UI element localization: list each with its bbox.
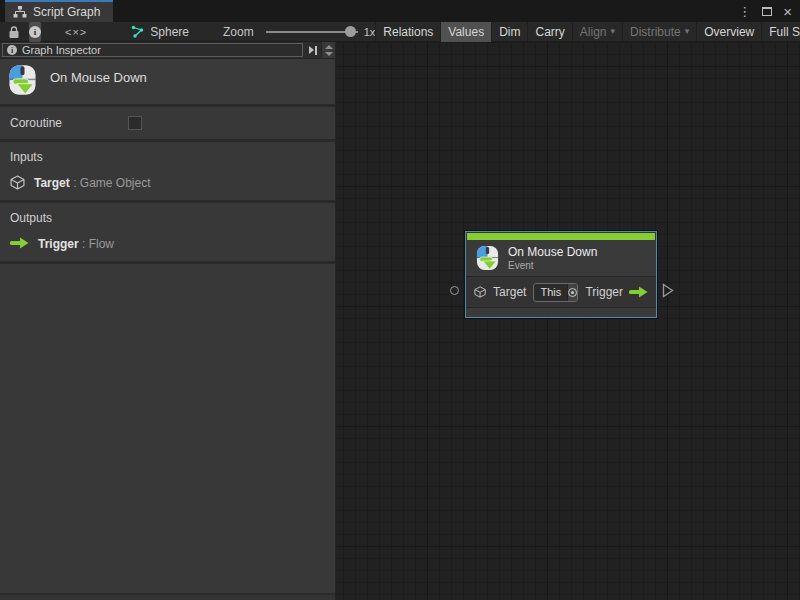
graph-canvas[interactable]: On Mouse Down Event Target This Trigger: [336, 42, 800, 600]
panel-scroll-spinner: [321, 42, 335, 58]
info-icon: i: [29, 26, 41, 38]
mouse-down-icon: [476, 245, 499, 271]
window-menu-icon[interactable]: ⋮: [738, 5, 751, 18]
dock-panel-button[interactable]: [305, 42, 321, 58]
coroutine-row: Coroutine: [0, 107, 335, 139]
graph-reference-label: Sphere: [150, 25, 189, 39]
caret-down-icon: ▾: [685, 27, 690, 36]
flow-arrow-icon: [10, 237, 29, 249]
flow-arrow-icon[interactable]: [629, 286, 648, 298]
zoom-slider-knob[interactable]: [345, 26, 356, 37]
inspector-title: Graph Inspector: [22, 44, 101, 56]
coroutine-checkbox[interactable]: [128, 116, 142, 130]
dock-icon: [309, 46, 314, 54]
mouse-down-icon: [8, 64, 37, 96]
node-header: On Mouse Down Event: [466, 240, 656, 276]
info-icon: i: [7, 45, 17, 55]
full-screen-button[interactable]: Full Screen: [761, 22, 800, 42]
inspector-header: i Graph Inspector: [0, 42, 335, 59]
trigger-port-label: Trigger: [585, 285, 623, 299]
outputs-section-title: Outputs: [0, 211, 335, 234]
tab-label: Script Graph: [33, 5, 100, 19]
object-picker-button[interactable]: [567, 284, 577, 301]
inputs-section-title: Inputs: [0, 150, 335, 173]
node-subtitle: Event: [508, 260, 597, 271]
game-object-cube-icon: [10, 175, 25, 190]
node-footer: [466, 307, 656, 317]
lock-button[interactable]: [8, 22, 20, 42]
caret-down-icon: ▾: [611, 27, 616, 36]
close-icon[interactable]: ×: [783, 4, 792, 19]
align-dropdown: Align ▾: [572, 22, 622, 42]
overview-button[interactable]: Overview: [696, 22, 761, 42]
lock-icon: [8, 25, 20, 39]
game-object-cube-icon: [474, 285, 486, 299]
inspector-toggle-button[interactable]: i: [29, 22, 41, 42]
zoom-label: Zoom: [223, 25, 254, 39]
target-port-label: Target: [493, 285, 526, 299]
unit-title: On Mouse Down: [50, 70, 147, 85]
input-port-row: Target : Game Object: [0, 173, 335, 191]
title-bar: Script Graph ⋮ ×: [0, 0, 800, 22]
distribute-dropdown: Distribute ▾: [622, 22, 696, 42]
maximize-icon[interactable]: [762, 7, 772, 16]
graph-toolbar: i <×> Sphere Zoom 1x Relations Values Di…: [0, 22, 800, 42]
script-graph-asset-icon: [131, 25, 144, 38]
carry-button[interactable]: Carry: [527, 22, 571, 42]
inspector-title-box: i Graph Inspector: [2, 43, 303, 57]
node-title: On Mouse Down: [508, 245, 597, 259]
zoom-slider[interactable]: [266, 31, 358, 33]
graph-reference-breadcrumb[interactable]: Sphere: [131, 25, 189, 39]
output-port-row: Trigger : Flow: [0, 234, 335, 252]
unit-header: On Mouse Down: [0, 59, 335, 104]
outputs-section: Outputs Trigger : Flow: [0, 203, 335, 261]
on-mouse-down-node[interactable]: On Mouse Down Event Target This Trigger: [465, 231, 657, 318]
inputs-section: Inputs Target : Game Object: [0, 142, 335, 200]
node-event-color-bar: [467, 233, 655, 240]
graph-inspector-panel: i Graph Inspector On Mouse Down Coroutin…: [0, 42, 336, 600]
coroutine-label: Coroutine: [10, 116, 128, 130]
edit-graph-button[interactable]: <×>: [65, 26, 87, 38]
input-connection-port[interactable]: [450, 286, 459, 295]
output-connection-port[interactable]: [662, 283, 674, 298]
scroll-down-icon[interactable]: [325, 52, 333, 56]
dim-button[interactable]: Dim: [491, 22, 527, 42]
node-port-row: Target This Trigger: [466, 277, 656, 307]
script-graph-icon: [13, 6, 27, 18]
inspector-bottom-edge: [0, 593, 335, 600]
target-object-field[interactable]: This: [533, 283, 578, 302]
target-picker-icon: [568, 288, 577, 297]
scroll-up-icon[interactable]: [325, 45, 333, 49]
values-button[interactable]: Values: [440, 22, 491, 42]
zoom-value: 1x: [364, 26, 376, 38]
tab-script-graph[interactable]: Script Graph: [5, 0, 113, 22]
relations-button[interactable]: Relations: [375, 22, 440, 42]
